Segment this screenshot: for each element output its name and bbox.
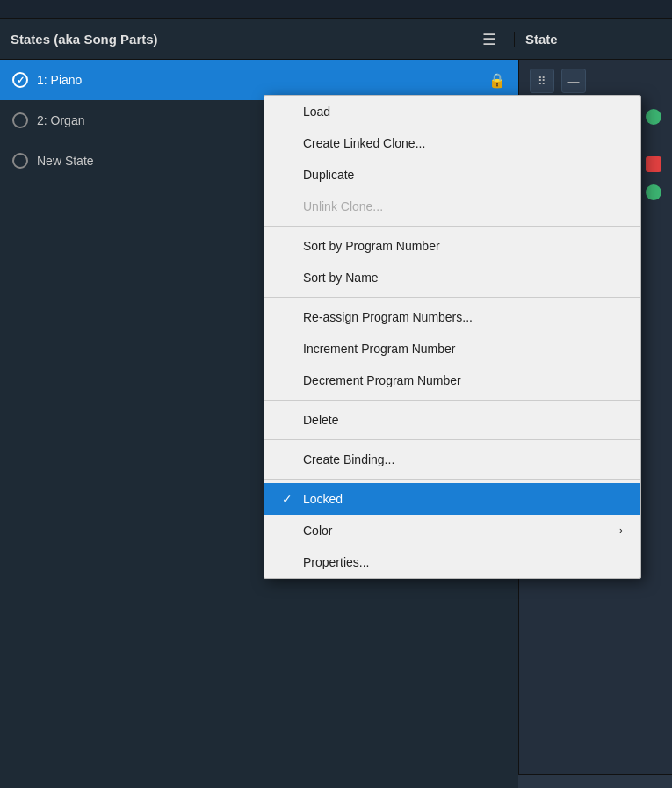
menu-label-create-linked-clone: Create Linked Clone... xyxy=(303,136,425,150)
menu-label-duplicate: Duplicate xyxy=(303,168,354,182)
radio-icon-piano xyxy=(12,72,28,88)
header-right: State xyxy=(514,32,672,47)
arrow-icon-color: › xyxy=(619,524,623,537)
green-button-2[interactable] xyxy=(646,184,661,200)
state-label-new: New State xyxy=(37,154,94,168)
top-bar xyxy=(0,0,672,19)
menu-label-unlink-clone: Unlink Clone... xyxy=(303,199,383,213)
top-bar-right xyxy=(514,0,672,18)
scrollbar-area[interactable] xyxy=(518,774,672,788)
state-panel-title: State xyxy=(525,32,558,47)
menu-label-sort-by-name: Sort by Name xyxy=(303,271,379,285)
menu-item-increment-program-number[interactable]: ✓Increment Program Number xyxy=(264,333,640,365)
menu-label-locked: Locked xyxy=(303,492,343,506)
lock-icon-piano: 🔒 xyxy=(488,72,506,89)
menu-item-unlink-clone: ✓Unlink Clone... xyxy=(264,191,640,222)
states-panel-title: States (aka Song Parts) xyxy=(11,32,158,47)
green-button-1[interactable] xyxy=(646,109,661,125)
menu-label-color: Color xyxy=(303,524,332,538)
menu-label-properties: Properties... xyxy=(303,555,369,569)
menu-label-create-binding: Create Binding... xyxy=(303,452,394,466)
grid-icon-button[interactable]: ⠿ xyxy=(530,69,554,93)
menu-separator-after-decrement-program-number xyxy=(264,400,640,401)
menu-item-create-binding[interactable]: ✓Create Binding... xyxy=(264,444,640,475)
minus-icon-button[interactable]: — xyxy=(561,69,586,93)
menu-item-locked[interactable]: ✓Locked xyxy=(264,483,640,515)
menu-item-delete[interactable]: ✓Delete xyxy=(264,404,640,436)
hamburger-button[interactable]: ☰ xyxy=(475,26,503,53)
header-left: States (aka Song Parts) ☰ xyxy=(0,26,514,53)
context-menu: ✓Load✓Create Linked Clone...✓Duplicate✓U… xyxy=(264,95,641,579)
menu-label-load: Load xyxy=(303,105,330,119)
menu-item-decrement-program-number[interactable]: ✓Decrement Program Number xyxy=(264,365,640,396)
menu-separator-after-unlink-clone xyxy=(264,226,640,227)
radio-icon-new xyxy=(12,153,28,169)
menu-separator-after-create-binding xyxy=(264,479,640,480)
menu-separator-after-delete xyxy=(264,439,640,440)
menu-separator-after-sort-by-name xyxy=(264,297,640,298)
top-bar-left xyxy=(0,0,514,18)
menu-label-decrement-program-number: Decrement Program Number xyxy=(303,373,461,387)
menu-item-load[interactable]: ✓Load xyxy=(264,96,640,127)
menu-item-color[interactable]: ✓Color› xyxy=(264,515,640,546)
menu-item-duplicate[interactable]: ✓Duplicate xyxy=(264,159,640,191)
menu-item-create-linked-clone[interactable]: ✓Create Linked Clone... xyxy=(264,127,640,159)
menu-label-delete: Delete xyxy=(303,413,338,427)
menu-item-reassign-program-numbers[interactable]: ✓Re-assign Program Numbers... xyxy=(264,301,640,333)
state-label-organ: 2: Organ xyxy=(37,113,84,127)
check-mark-locked: ✓ xyxy=(282,492,296,506)
menu-item-properties[interactable]: ✓Properties... xyxy=(264,546,640,578)
menu-item-sort-by-name[interactable]: ✓Sort by Name xyxy=(264,262,640,293)
red-button[interactable] xyxy=(646,156,661,172)
state-label-piano: 1: Piano xyxy=(37,73,82,87)
radio-icon-organ xyxy=(12,112,28,128)
menu-item-sort-by-program-number[interactable]: ✓Sort by Program Number xyxy=(264,230,640,262)
menu-label-increment-program-number: Increment Program Number xyxy=(303,342,456,356)
menu-label-reassign-program-numbers: Re-assign Program Numbers... xyxy=(303,310,473,324)
menu-label-sort-by-program-number: Sort by Program Number xyxy=(303,239,440,253)
header-row: States (aka Song Parts) ☰ State xyxy=(0,19,672,60)
